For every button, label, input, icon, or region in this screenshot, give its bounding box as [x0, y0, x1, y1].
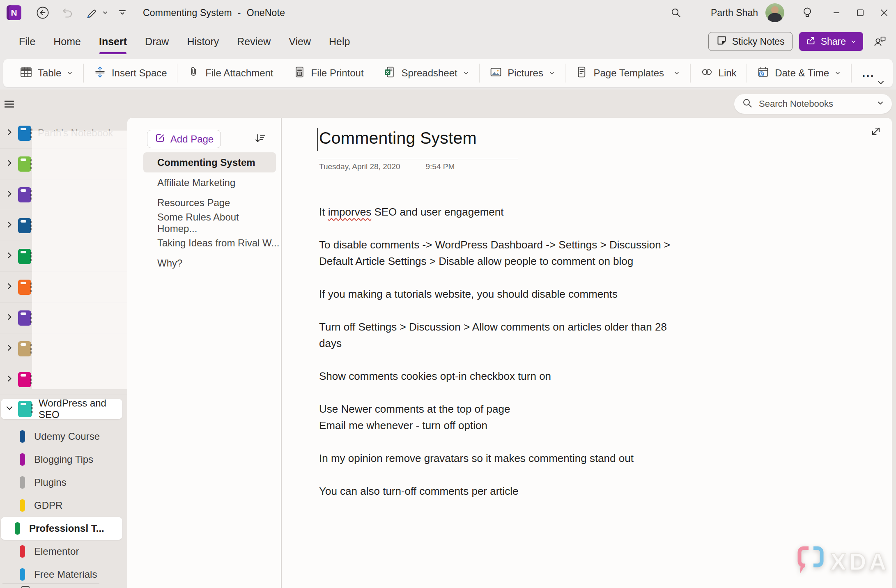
notebook-icon [18, 218, 31, 233]
page-list-item[interactable]: Affiliate Marketing [127, 172, 281, 193]
expand-page-icon[interactable] [869, 124, 883, 140]
note-paragraph: To disable comments -> WordPress Dashboa… [319, 237, 892, 269]
section-item[interactable]: Plugins [0, 471, 127, 494]
note-paragraph: In my opinion remove gravatars so it mak… [319, 450, 892, 466]
chevron-down-icon [549, 67, 555, 79]
section-item[interactable]: Blogging Tips [0, 448, 127, 471]
search-icon[interactable] [670, 7, 682, 19]
ribbon-date-time-button[interactable]: Date & Time [747, 62, 851, 84]
ribbon-pictures-button[interactable]: Pictures [480, 62, 565, 84]
section-tab-icon [20, 568, 25, 581]
collapse-ribbon-icon[interactable] [876, 78, 885, 87]
ribbon-file-printout-button[interactable]: File Printout [283, 62, 374, 84]
main-area: Parth's Notebook WordPress and SEO Udemy… [0, 118, 896, 588]
search-notebooks-input[interactable]: Search Notebooks [734, 94, 892, 114]
chevron-down-icon[interactable] [876, 99, 885, 109]
section-tab-icon [15, 522, 20, 535]
tab-draw[interactable]: Draw [145, 36, 169, 48]
page-list-item[interactable]: Some Rules About Homep... [127, 213, 281, 233]
note-content: Commenting System Tuesday, April 28, 202… [282, 118, 892, 588]
tab-view[interactable]: View [289, 36, 311, 48]
hamburger-icon[interactable] [4, 99, 15, 110]
chevron-down-icon[interactable] [5, 404, 14, 414]
add-section-icon[interactable] [21, 586, 30, 588]
chevron-right-icon[interactable] [5, 251, 14, 262]
notebook-icon [18, 187, 31, 202]
paperclip-icon [187, 66, 200, 81]
back-icon[interactable] [35, 5, 50, 20]
xda-bracket-icon [812, 543, 825, 579]
window-title: Commenting System-OneNote [143, 7, 285, 18]
section-item[interactable]: Udemy Course [0, 425, 127, 448]
chevron-right-icon[interactable] [5, 158, 14, 169]
chevron-down-icon [850, 39, 857, 45]
touch-mode-icon[interactable] [117, 8, 127, 18]
chevron-right-icon[interactable] [5, 374, 14, 385]
tab-help[interactable]: Help [329, 36, 350, 48]
note-paragraph: You can also turn-off comments per artic… [319, 483, 892, 499]
tab-review[interactable]: Review [237, 36, 271, 48]
page-title[interactable]: Commenting System [319, 129, 477, 148]
section-item[interactable]: Elementor [0, 540, 127, 563]
add-page-icon [154, 132, 165, 146]
chevron-right-icon[interactable] [5, 282, 14, 292]
chevron-right-icon[interactable] [5, 189, 14, 200]
ribbon-insert-space-button[interactable]: Insert Space [84, 62, 177, 84]
ribbon-link-button[interactable]: Link [691, 62, 747, 84]
undo-icon[interactable] [61, 6, 74, 19]
add-page-button[interactable]: Add Page [147, 130, 221, 148]
xda-bracket-icon [795, 543, 810, 579]
ribbon-page-templates-button[interactable]: Page Templates [565, 62, 690, 84]
privacy-blur-overlay [32, 131, 142, 389]
section-tab-icon [20, 453, 25, 466]
close-button[interactable] [872, 3, 896, 22]
title-bar: N Commenting System-OneNote Parth Shah [0, 0, 896, 25]
ribbon-file-attachment-button[interactable]: File Attachment [177, 62, 283, 84]
tab-insert[interactable]: Insert [99, 36, 127, 48]
section-item[interactable]: GDPR [0, 494, 127, 517]
tab-home[interactable]: Home [53, 36, 81, 48]
ribbon-overflow-button[interactable]: ... [852, 67, 886, 80]
chevron-right-icon[interactable] [5, 220, 14, 231]
note-body[interactable]: It imporves SEO and user engagementTo di… [319, 204, 892, 516]
page-templates-icon [575, 66, 588, 81]
page-list-item[interactable]: Commenting System [143, 152, 276, 172]
tab-file[interactable]: File [19, 36, 35, 48]
lightbulb-icon[interactable] [801, 6, 814, 19]
sticky-notes-button[interactable]: Sticky Notes [708, 32, 793, 51]
section-item[interactable]: Free Materials [0, 563, 127, 586]
share-button[interactable]: Share [799, 32, 863, 51]
chevron-down-icon [463, 67, 469, 79]
file-printout-icon [293, 66, 306, 81]
onenote-app-icon: N [7, 5, 21, 20]
search-icon [742, 97, 753, 110]
onenote-window: N Commenting System-OneNote Parth Shah [0, 0, 896, 588]
page-list-item[interactable]: Why? [127, 253, 281, 273]
spreadsheet-icon [384, 66, 396, 81]
chevron-down-icon[interactable] [102, 9, 108, 16]
page-timestamp: Tuesday, April 28, 2020 9:54 PM [319, 162, 455, 171]
user-name[interactable]: Parth Shah [711, 7, 758, 18]
expanded-notebook[interactable]: WordPress and SEO [1, 399, 122, 419]
notebook-icon [18, 126, 31, 141]
avatar[interactable] [765, 3, 784, 22]
tab-history[interactable]: History [187, 36, 219, 48]
chevron-right-icon[interactable] [5, 128, 14, 138]
minimize-button[interactable] [825, 3, 848, 22]
page-list-item[interactable]: Taking Ideas from Rival W... [127, 233, 281, 253]
ribbon-table-button[interactable]: Table [10, 62, 83, 84]
maximize-button[interactable] [848, 3, 872, 22]
notebook-icon [18, 156, 31, 172]
menu-bar: FileHomeInsertDrawHistoryReviewViewHelp … [0, 25, 896, 57]
chevron-down-icon [834, 67, 841, 79]
sticky-note-icon [716, 35, 727, 48]
chevron-right-icon[interactable] [5, 312, 14, 323]
sort-pages-icon[interactable] [254, 132, 267, 147]
xda-watermark: XDA [795, 543, 889, 579]
chevron-right-icon[interactable] [5, 343, 14, 354]
section-item[interactable]: Professionsl T... [1, 517, 122, 540]
page-list-item[interactable]: Resources Page [127, 193, 281, 213]
ribbon-spreadsheet-button[interactable]: Spreadsheet [374, 62, 479, 84]
people-icon[interactable] [870, 34, 890, 48]
format-pen-icon[interactable] [85, 6, 99, 20]
